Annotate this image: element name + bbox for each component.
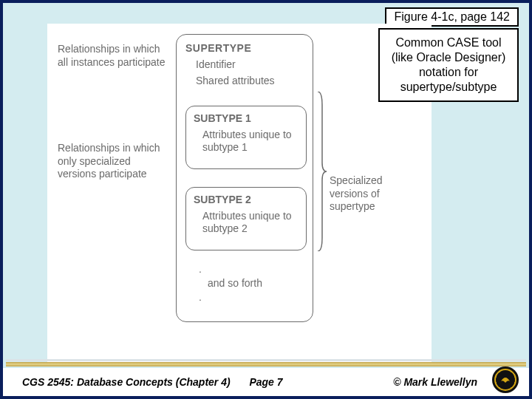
label-specialized-participate: Relationships in which only specialized … [58,142,161,181]
supertype-box: SUPERTYPE Identifier Shared attributes S… [176,34,313,322]
subtype-title: SUBTYPE 2 [194,194,299,205]
label-all-participate: Relationships in which all instances par… [58,43,168,69]
svg-point-5 [514,382,516,383]
svg-point-3 [511,371,512,372]
footer-separator [6,359,526,366]
subtype-attrs: Attributes unique to subtype 2 [202,210,299,235]
label-specialized-versions: Specialized versions of supertype [330,174,411,214]
svg-point-11 [499,371,500,372]
svg-point-10 [495,376,497,378]
subtype-attrs: Attributes unique to subtype 1 [202,129,299,154]
svg-point-9 [495,382,497,383]
slide: Figure 4-1c, page 142 Relationships in w… [0,0,532,399]
and-so-forth: . and so forth . [194,262,262,304]
footer-right: © Mark Llewellyn [393,376,477,388]
svg-point-6 [511,387,512,389]
right-brace-icon [316,92,327,251]
slide-caption: Common CASE tool (like Oracle Designer) … [378,28,519,102]
supertype-row: Identifier [196,58,304,70]
svg-point-4 [514,376,516,378]
footer: CGS 2545: Database Concepts (Chapter 4) … [3,368,529,396]
subtype-box: SUBTYPE 2 Attributes unique to subtype 2 [185,187,307,250]
svg-point-7 [505,389,506,391]
supertype-row: Shared attributes [196,75,304,86]
svg-point-2 [505,369,506,370]
ucf-logo-icon [491,365,520,395]
subtype-title: SUBTYPE 1 [194,112,299,124]
svg-point-8 [499,387,500,389]
subtype-box: SUBTYPE 1 Attributes unique to subtype 1 [185,106,307,169]
supertype-title: SUPERTYPE [185,42,304,54]
